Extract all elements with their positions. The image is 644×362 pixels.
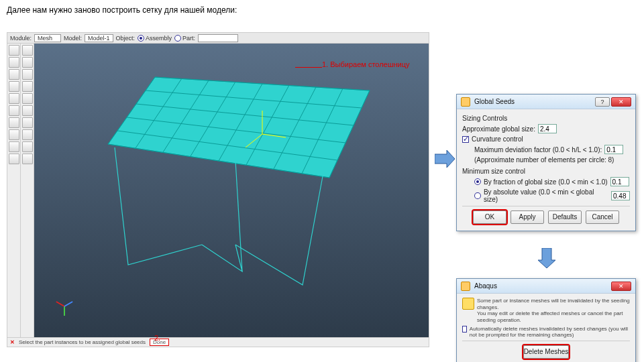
cancel-button[interactable]: Cancel (586, 210, 619, 224)
part-combobox[interactable] (198, 34, 238, 42)
model-combobox[interactable]: Model-1 (85, 34, 113, 42)
confirm-dialog: Abaqus ✕ Some part or instance meshes wi… (456, 278, 636, 362)
by-fraction-input[interactable] (610, 177, 629, 186)
annotation-1: 1. Выбираем столешницу (322, 60, 410, 68)
context-bar: Module: Mesh Model: Model-1 Object: Asse… (7, 33, 429, 44)
warning-line-2: You may edit or delete the affected mesh… (477, 310, 630, 323)
model-label: Model: (64, 35, 82, 42)
apply-button[interactable]: Apply (511, 210, 544, 224)
abaqus-viewport-window: Module: Mesh Model: Model-1 Object: Asse… (7, 32, 429, 347)
defaults-button[interactable]: Defaults (548, 210, 582, 224)
by-fraction-label: By fraction of global size (0.0 < min < … (484, 178, 608, 186)
svg-marker-19 (435, 150, 455, 168)
close-button[interactable]: ✕ (611, 282, 631, 291)
svg-marker-20 (538, 248, 555, 268)
tool-icon[interactable] (22, 105, 33, 116)
auto-delete-checkbox[interactable] (462, 326, 467, 333)
warning-icon (462, 298, 474, 310)
dialog-title: Abaqus (474, 282, 607, 290)
arrow-right-icon (435, 149, 455, 169)
toolbox-col-1 (7, 44, 21, 337)
module-combobox[interactable]: Mesh (34, 34, 61, 42)
auto-delete-label: Automatically delete meshes invalidated … (470, 326, 630, 338)
tool-icon[interactable] (22, 81, 33, 92)
by-absolute-radio[interactable] (474, 192, 481, 199)
sizing-controls-label: Sizing Controls (462, 115, 630, 122)
tool-icon[interactable] (22, 141, 33, 152)
by-absolute-input[interactable] (611, 191, 630, 200)
by-absolute-label: By absolute value (0.0 < min < global si… (484, 188, 608, 203)
tool-icon[interactable] (9, 141, 19, 152)
object-label: Object: (116, 35, 136, 42)
tool-icon[interactable] (9, 154, 19, 164)
tool-icon[interactable] (9, 81, 19, 92)
max-deviation-input[interactable] (604, 145, 623, 154)
prompt-bar: ✕ Select the part instances to be assign… (7, 337, 429, 347)
tool-icon[interactable] (9, 105, 19, 116)
app-icon (461, 282, 470, 291)
tool-icon[interactable] (9, 117, 19, 128)
tool-icon[interactable] (22, 93, 33, 104)
object-assembly-label: Assembly (146, 35, 172, 42)
meshed-model (101, 70, 383, 298)
viewport[interactable] (34, 44, 429, 337)
approx-circle-label: (Approximate number of elements per circ… (474, 156, 614, 164)
toolbox-col-2 (21, 44, 34, 337)
tool-icon[interactable] (22, 154, 33, 164)
prompt-text: Select the part instances to be assigned… (19, 339, 146, 345)
curvature-label: Curvature control (472, 135, 523, 143)
tool-icon[interactable] (22, 129, 33, 140)
object-part-label: Part: (182, 35, 195, 42)
tool-icon[interactable] (22, 69, 33, 80)
tool-icon[interactable] (9, 45, 19, 56)
ok-button[interactable]: OK (473, 210, 506, 224)
annotation-2: 2. (154, 334, 160, 342)
min-size-label: Minimum size control (462, 168, 630, 175)
annotation-arrow (295, 67, 322, 68)
approx-size-label: Approximate global size: (462, 125, 535, 133)
prompt-cancel-icon[interactable]: ✕ (10, 339, 15, 345)
app-icon (461, 97, 470, 107)
dialog-title: Global Seeds (474, 98, 591, 105)
arrow-down-icon (537, 248, 557, 268)
page-heading: Далее нам нужно заново построить сетку д… (7, 5, 237, 15)
view-triad-icon (54, 297, 74, 317)
by-fraction-radio[interactable] (474, 178, 481, 185)
warning-line-1: Some part or instance meshes will be inv… (477, 298, 630, 310)
help-button[interactable]: ? (595, 97, 610, 107)
curvature-checkbox[interactable] (462, 136, 469, 143)
delete-meshes-button[interactable]: Delete Meshes (523, 345, 570, 359)
tool-icon[interactable] (9, 57, 19, 68)
tool-icon[interactable] (9, 69, 19, 80)
svg-marker-0 (108, 77, 370, 178)
tool-icon[interactable] (9, 93, 19, 104)
close-button[interactable]: ✕ (611, 97, 631, 107)
dialog-titlebar[interactable]: Abaqus ✕ (457, 279, 635, 294)
tool-icon[interactable] (9, 129, 19, 140)
object-part-radio[interactable] (174, 35, 181, 42)
dialog-titlebar[interactable]: Global Seeds ? ✕ (457, 95, 635, 109)
module-label: Module: (10, 35, 32, 42)
tool-icon[interactable] (22, 45, 33, 56)
object-assembly-radio[interactable] (138, 35, 144, 42)
global-seeds-dialog: Global Seeds ? ✕ Sizing Controls Approxi… (456, 94, 636, 231)
tool-icon[interactable] (22, 117, 33, 128)
approx-size-input[interactable] (538, 124, 557, 133)
max-deviation-label: Maximum deviation factor (0.0 < h/L < 1.… (474, 146, 602, 154)
tool-icon[interactable] (22, 57, 33, 68)
